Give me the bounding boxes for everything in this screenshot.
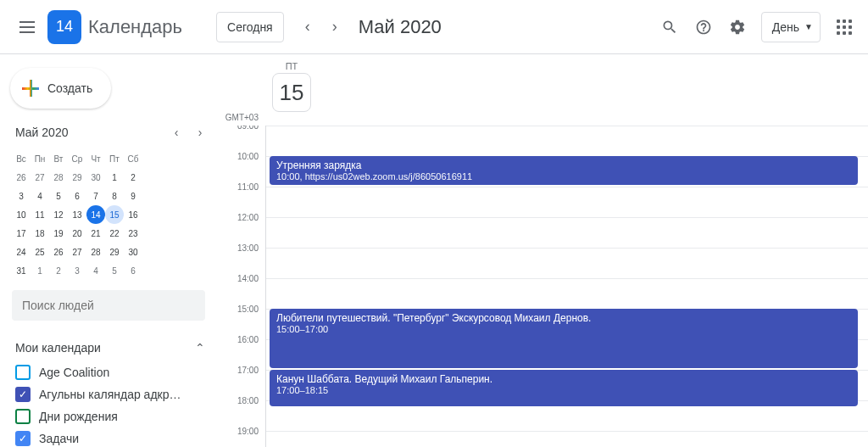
mini-day: 5 — [105, 261, 124, 280]
time-label: 14:00 — [218, 274, 265, 305]
help-icon — [695, 19, 712, 36]
day-number[interactable]: 15 — [272, 73, 311, 112]
mini-day[interactable]: 2 — [124, 168, 142, 187]
event-title: Канун Шаббата. Ведущий Михаил Гальперин. — [276, 373, 851, 385]
hour-line — [266, 278, 868, 279]
mini-day[interactable]: 14 — [86, 205, 105, 224]
mini-day[interactable]: 28 — [86, 243, 105, 261]
mini-day: 3 — [68, 261, 86, 280]
calendar-checkbox[interactable]: ✓ — [15, 431, 31, 446]
mini-day[interactable]: 13 — [68, 205, 86, 224]
calendar-item[interactable]: ✓Задачи — [15, 427, 209, 447]
mini-day[interactable]: 23 — [124, 224, 142, 243]
time-label: 15:00 — [218, 305, 265, 335]
current-month-label: Май 2020 — [359, 16, 442, 38]
hour-line — [266, 431, 868, 432]
create-button[interactable]: Создать — [10, 68, 111, 109]
mini-day[interactable]: 5 — [49, 187, 68, 205]
mini-calendar: ВсПнВтСрЧтПтСб26272829301234567891011121… — [7, 149, 217, 290]
mini-day: 1 — [31, 261, 49, 280]
mini-day[interactable]: 10 — [12, 205, 31, 224]
mini-day[interactable]: 15 — [105, 205, 124, 224]
mini-prev-month-button[interactable]: ‹ — [166, 122, 186, 142]
mini-dow: Вт — [49, 149, 68, 168]
event[interactable]: Утренняя зарядка10:00, https://us02web.z… — [270, 156, 858, 185]
mini-dow: Ср — [68, 149, 86, 168]
calendar-item[interactable]: ✓Агульны каляндар адкр… — [15, 383, 209, 405]
hamburger-icon — [19, 26, 35, 28]
calendar-checkbox[interactable] — [15, 365, 31, 380]
calendar-label: Задачи — [39, 432, 79, 445]
mini-day[interactable]: 31 — [12, 261, 31, 280]
mini-day[interactable]: 4 — [31, 187, 49, 205]
header: 14 Календарь Сегодня ‹ › Май 2020 День▼ — [0, 0, 868, 54]
calendar-item[interactable]: Age Coalition — [15, 361, 209, 383]
mini-day[interactable]: 9 — [124, 187, 142, 205]
mini-day[interactable]: 18 — [31, 224, 49, 243]
search-button[interactable] — [653, 10, 687, 44]
mini-day[interactable]: 22 — [105, 224, 124, 243]
calendar-checkbox[interactable] — [15, 409, 31, 424]
hour-line — [266, 217, 868, 218]
mini-day[interactable]: 26 — [49, 243, 68, 261]
mini-day[interactable]: 3 — [12, 187, 31, 205]
mini-day[interactable]: 12 — [49, 205, 68, 224]
mini-day[interactable]: 24 — [12, 243, 31, 261]
mini-day[interactable]: 17 — [12, 224, 31, 243]
calendar-logo: 14 — [47, 10, 81, 44]
sidebar: Создать Май 2020 ‹ › ВсПнВтСрЧтПтСб26272… — [0, 54, 217, 447]
mini-dow: Чт — [86, 149, 105, 168]
calendar-item[interactable]: Дни рождения — [15, 405, 209, 427]
app-title: Календарь — [88, 16, 182, 38]
mini-day[interactable]: 30 — [124, 243, 142, 261]
calendar-view: GMT+03 ПТ 15 09:0010:0011:0012:0013:0014… — [217, 54, 868, 447]
mini-day[interactable]: 21 — [86, 224, 105, 243]
mini-day[interactable]: 19 — [49, 224, 68, 243]
day-of-week-label: ПТ — [272, 61, 311, 71]
event-subtitle: 15:00–17:00 — [276, 324, 851, 334]
hour-line — [266, 126, 868, 126]
mini-day: 27 — [31, 168, 49, 187]
mini-day[interactable]: 6 — [68, 187, 86, 205]
timezone-label: GMT+03 — [218, 54, 265, 126]
mini-dow: Пн — [31, 149, 49, 168]
search-people-input[interactable] — [12, 290, 205, 321]
mini-dow: Сб — [124, 149, 142, 168]
time-label: 10:00 — [218, 152, 265, 182]
chevron-up-icon: ⌃ — [195, 341, 205, 355]
mini-day[interactable]: 1 — [105, 168, 124, 187]
mini-day[interactable]: 20 — [68, 224, 86, 243]
mini-next-month-button[interactable]: › — [190, 122, 210, 142]
mini-dow: Вс — [12, 149, 31, 168]
apps-icon — [837, 20, 852, 35]
event[interactable]: Канун Шаббата. Ведущий Михаил Гальперин.… — [270, 370, 858, 406]
mini-day[interactable]: 7 — [86, 187, 105, 205]
main-menu-button[interactable] — [7, 7, 47, 47]
mini-day[interactable]: 27 — [68, 243, 86, 261]
my-calendars-toggle[interactable]: Мои календари ⌃ — [7, 334, 217, 361]
calendar-checkbox[interactable]: ✓ — [15, 387, 31, 402]
prev-day-button[interactable]: ‹ — [294, 14, 321, 41]
help-button[interactable] — [687, 10, 721, 44]
calendar-label: Агульны каляндар адкр… — [39, 388, 181, 401]
settings-button[interactable] — [721, 10, 754, 44]
calendar-label: Дни рождения — [39, 410, 118, 423]
event-title: Утренняя зарядка — [276, 159, 851, 171]
mini-day[interactable]: 8 — [105, 187, 124, 205]
google-apps-button[interactable] — [827, 10, 861, 44]
mini-day: 2 — [49, 261, 68, 280]
hour-line — [266, 187, 868, 187]
event[interactable]: Любители путешествий. "Петербург" Экскур… — [270, 309, 858, 368]
mini-day[interactable]: 16 — [124, 205, 142, 224]
mini-day: 26 — [12, 168, 31, 187]
event-subtitle: 17:00–18:15 — [276, 385, 851, 395]
today-button[interactable]: Сегодня — [216, 12, 284, 42]
mini-day[interactable]: 29 — [105, 243, 124, 261]
mini-day[interactable]: 25 — [31, 243, 49, 261]
mini-day: 28 — [49, 168, 68, 187]
mini-day[interactable]: 11 — [31, 205, 49, 224]
day-column[interactable]: Утренняя зарядка10:00, https://us02web.z… — [265, 126, 868, 447]
next-day-button[interactable]: › — [321, 14, 348, 41]
view-selector[interactable]: День▼ — [761, 12, 821, 42]
event-subtitle: 10:00, https://us02web.zoom.us/j/8605061… — [276, 171, 851, 182]
